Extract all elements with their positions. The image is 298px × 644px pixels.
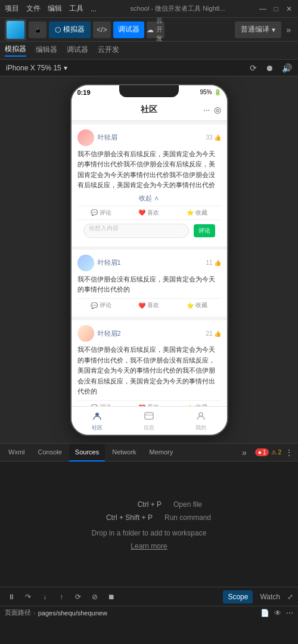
post-1-actions: 💬 评论 ❤️ 喜欢 ⭐ 收藏	[77, 206, 221, 219]
tab-profile[interactable]: 我的	[194, 410, 207, 432]
post-1-comment[interactable]: 💬 评论	[91, 209, 111, 217]
step-out-button[interactable]: ↑	[55, 590, 68, 603]
subnav-editor[interactable]: 编辑器	[36, 45, 57, 56]
post-1-bookmark[interactable]: ⭐ 收藏	[187, 209, 207, 217]
menu-item-edit[interactable]: 编辑	[48, 4, 62, 14]
minimize-button[interactable]: —	[259, 5, 267, 13]
phone-preview-area: 0:19 95% 🔋 社区 ··· ◎	[0, 76, 298, 443]
deactivate-button[interactable]: ⊘	[88, 590, 101, 603]
device-bar: iPhone X 75% 15 ▾ ⟳ ⏺ 🔊	[0, 60, 298, 76]
more-icon[interactable]: ···	[203, 105, 210, 114]
post-3-header: 叶轻眉2 21 👍	[77, 325, 221, 342]
resize-handle[interactable]: ⤢	[287, 593, 293, 601]
tab-more-button[interactable]: »	[238, 448, 250, 457]
like-action-label-2: 喜欢	[147, 301, 159, 309]
post-3-body: 我不信伊朋会没有后续反应，美国肯定会为今天的事情付出代价，我不信伊朋会没有后续反…	[77, 345, 221, 397]
restart-button[interactable]: ⟳	[72, 590, 85, 603]
scope-button[interactable]: Scope	[223, 590, 253, 603]
tab-network[interactable]: Network	[106, 444, 142, 462]
compile-button[interactable]: 普通编译 ▾	[235, 21, 281, 38]
comment-label-1: 评论	[100, 209, 111, 217]
pause-button[interactable]: ⏸	[5, 590, 18, 603]
post-1-avatar-img	[77, 129, 94, 146]
post-1-expand[interactable]: 收起 ∧	[77, 194, 221, 203]
devtools-menu-button[interactable]: ⋮	[283, 448, 296, 457]
post-2-bookmark[interactable]: ⭐ 收藏	[187, 301, 207, 309]
bookmark-label-2: 收藏	[195, 301, 207, 309]
bottom-toolbar: ⏸ ↷ ↓ ↑ ⟳ ⊘ ⏹ Scope Watch ⤢	[0, 587, 298, 606]
tab-community[interactable]: 社区	[91, 410, 104, 432]
bookmark-icon-1: ⭐	[187, 209, 194, 216]
post-2-comment[interactable]: 💬 评论	[91, 301, 111, 309]
maximize-button[interactable]: □	[272, 5, 280, 13]
editor-button[interactable]: </>	[93, 21, 111, 38]
tab-memory[interactable]: Memory	[144, 444, 179, 462]
record-icon[interactable]: ⏺	[265, 63, 274, 73]
error-icon: ●	[258, 449, 262, 456]
simulator-toggle-button[interactable]: 📱	[29, 21, 46, 38]
post-card-1: 叶轻眉 33 👍 我不信伊朋会没有后续反应，美国肯定会为今天的事情付出代价我不信…	[72, 125, 227, 246]
status-right: 95% 🔋	[200, 89, 221, 95]
step-into-button[interactable]: ↓	[38, 590, 51, 603]
watch-button[interactable]: Watch	[256, 590, 284, 603]
debugger-label: 调试器	[118, 24, 139, 35]
tab-wxml[interactable]: Wxml	[2, 444, 31, 462]
post-2-username[interactable]: 叶轻眉1	[98, 258, 121, 267]
post-1-username[interactable]: 叶轻眉	[98, 133, 117, 142]
comment-submit-btn-1[interactable]: 评论	[194, 224, 215, 237]
breadcrumb-eye-icon[interactable]: 👁	[274, 609, 281, 617]
subnav-simulator[interactable]: 模拟器	[5, 44, 26, 57]
step-over-button[interactable]: ↷	[21, 590, 35, 603]
menu-item-project[interactable]: 项目	[5, 4, 19, 14]
tab-messages-label: 信息	[144, 424, 154, 432]
window-controls: — □ ✕	[259, 5, 293, 13]
subnav-debugger[interactable]: 调试器	[67, 45, 88, 56]
sub-toolbar: 模拟器 编辑器 调试器 云开发	[0, 42, 298, 60]
post-2-like-action[interactable]: ❤️ 喜欢	[138, 301, 159, 309]
like-icon-3: 👍	[214, 330, 221, 337]
devtools-tab-bar: Wxml Console Sources Network Memory » ● …	[0, 444, 298, 462]
tab-messages[interactable]: 信息	[142, 410, 156, 432]
main-toolbar: 📱 ⬡ 模拟器 </> 调试器 ☁ 云开发 普通编译 ▾ »	[0, 18, 298, 42]
breadcrumb-more-icon[interactable]: ⋯	[286, 609, 293, 617]
breadcrumb-file-icon: 📄	[260, 609, 269, 617]
app-header-icons: ··· ◎	[203, 105, 221, 114]
settings-icon[interactable]: ◎	[214, 105, 221, 114]
post-card-3: 叶轻眉2 21 👍 我不信伊朋会没有后续反应，美国肯定会为今天的事情付出代价，我…	[72, 320, 227, 405]
menu-item-tools[interactable]: 工具	[69, 4, 83, 14]
comment-input-1[interactable]: 你想入内容	[83, 224, 189, 238]
comment-input-area-1: 你想入内容 评论	[77, 219, 221, 242]
menu-more[interactable]: ...	[91, 5, 97, 13]
title-bar: 项目 文件 编辑 工具 ... school - 微信开发者工具 Nightl.…	[0, 0, 298, 18]
subnav-cloud[interactable]: 云开发	[98, 45, 119, 56]
tab-sources[interactable]: Sources	[69, 444, 105, 462]
error-badge: ● 1	[255, 448, 269, 456]
like-icon-2: 👍	[214, 259, 221, 266]
close-button[interactable]: ✕	[285, 5, 293, 13]
tab-console[interactable]: Console	[32, 444, 68, 462]
like-action-icon-1: ❤️	[138, 209, 145, 216]
svg-point-2	[199, 413, 203, 416]
device-selector[interactable]: iPhone X 75% 15 ▾	[6, 64, 67, 72]
debugger-button[interactable]: 调试器	[113, 21, 144, 38]
pause-exception-button[interactable]: ⏹	[105, 590, 118, 603]
simulator-button[interactable]: ⬡ 模拟器	[49, 21, 91, 38]
cloud-button[interactable]: ☁ 云开发	[147, 21, 164, 38]
app-content[interactable]: 社区 ··· ◎ 叶轻眉 33 👍 我不信伊	[72, 100, 227, 406]
menu-item-file[interactable]: 文件	[26, 4, 41, 14]
device-bar-actions: ⟳ ⏺ 🔊	[250, 63, 292, 73]
toolbar-more-button[interactable]: »	[284, 25, 293, 35]
like-count-3: 21	[206, 330, 212, 337]
rotate-icon[interactable]: ⟳	[250, 63, 257, 73]
menu-bar: 项目 文件 编辑 工具 ...	[5, 4, 97, 14]
audio-icon[interactable]: 🔊	[282, 63, 292, 73]
post-3-username[interactable]: 叶轻眉2	[98, 329, 121, 338]
simulator-icon: ⬡	[55, 26, 61, 34]
shortcut-row-2: Ctrl + Shift + P Run command	[87, 513, 211, 522]
battery-icon: 🔋	[214, 89, 221, 95]
tab-messages-icon	[142, 410, 156, 423]
learn-more-link[interactable]: Learn more	[131, 542, 167, 550]
post-1-like-action[interactable]: ❤️ 喜欢	[138, 209, 159, 217]
post-2-avatar-img	[77, 255, 94, 271]
cloud-label: 云开发	[156, 16, 164, 43]
